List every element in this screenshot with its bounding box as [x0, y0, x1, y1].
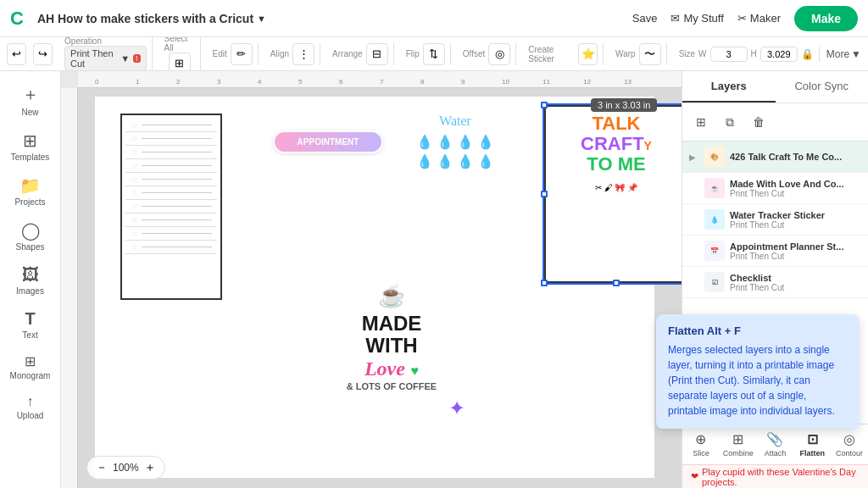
sidebar-item-images[interactable]: 🖼 Images [3, 260, 58, 301]
layer-info: 426 Talk Craft To Me Co... [730, 152, 861, 162]
zoom-controls: － 100% ＋ [86, 456, 165, 480]
drop: 💧 [416, 134, 433, 150]
size-tooltip: 3 in x 3.03 in [591, 98, 657, 112]
craft-icons: ✂ 🖌 🎀 📌 [553, 179, 680, 194]
checklist-row: ☆ [125, 241, 217, 254]
maker-button[interactable]: ✂ Maker [737, 12, 781, 25]
layer-thumbnail: 🎨 [704, 147, 725, 167]
main-layout: ＋ New ⊞ Templates 📁 Projects ◯ Shapes 🖼 … [0, 71, 868, 488]
sidebar-item-new[interactable]: ＋ New [3, 78, 58, 122]
checklist-row: ☆ [125, 146, 217, 159]
operation-dropdown[interactable]: Print Then Cut ▼ ! [64, 46, 147, 71]
select-all-group: Select All ⊞ [159, 37, 201, 71]
flatten-tool[interactable]: ⊡ Flatten [793, 428, 831, 461]
combine-icon: ⊞ [732, 431, 743, 447]
create-sticker-button[interactable]: ⭐ [578, 43, 598, 65]
attach-icon: 📎 [766, 431, 783, 447]
sparkle-icon: ✦ [448, 396, 465, 420]
undo-button[interactable]: ↩ [7, 43, 26, 65]
redo-icon: ↪ [38, 47, 47, 60]
water-title: Water [409, 114, 502, 129]
mystuff-button[interactable]: ✉ My Stuff [670, 12, 723, 25]
height-input[interactable] [760, 47, 798, 62]
sidebar-item-text[interactable]: T Text [3, 304, 58, 345]
flip-button[interactable]: ⇅ [423, 43, 445, 65]
promo-bar[interactable]: ❤ Play cupid with these Valentine's Day … [682, 464, 868, 488]
layer-thumbnail: ☑ [704, 272, 725, 292]
promo-text: Play cupid with these Valentine's Day pr… [702, 467, 860, 487]
dropdown-chevron: ▼ [120, 53, 130, 64]
sticker-water[interactable]: Water 💧 💧 💧 💧 💧 💧 💧 💧 [409, 114, 502, 215]
right-tabs: Layers Color Sync [682, 71, 868, 103]
size-group: Size W H 🔒 [674, 47, 820, 62]
arrange-group: Arrange ⊟ [327, 43, 394, 65]
edit-button[interactable]: ✏ [231, 43, 253, 65]
layer-info: Made With Love And Co... Print Then Cut [730, 179, 861, 198]
warp-button[interactable]: 〜 [639, 43, 661, 65]
offset-group: Offset ◎ [458, 43, 517, 65]
align-icon: ⋮ [298, 47, 309, 60]
tab-layers[interactable]: Layers [682, 71, 776, 103]
attach-tool[interactable]: 📎 Attach [757, 428, 794, 461]
drop: 💧 [477, 134, 494, 150]
more-button[interactable]: More ▼ [826, 48, 861, 60]
zoom-in-button[interactable]: ＋ [144, 460, 156, 475]
width-input[interactable] [710, 47, 748, 62]
bottom-toolbar: ⊕ Slice ⊞ Combine 📎 Attach ⊡ Flatten ◎ C… [682, 424, 868, 464]
checklist-row: ☆ [125, 132, 217, 146]
slice-tool[interactable]: ⊕ Slice [682, 428, 720, 461]
contour-tool[interactable]: ◎ Contour [831, 428, 868, 461]
sticker-checklist[interactable]: ☆ ☆ ☆ ☆ ☆ ☆ ☆ ☆ ☆ ☆ [120, 114, 222, 300]
arrange-button[interactable]: ⊟ [366, 43, 388, 65]
topbar: C AH How to make stickers with a Cricut … [0, 0, 868, 37]
flatten-tooltip: Flatten Alt + F Merges selected layers i… [682, 314, 860, 429]
select-icon: ⊞ [175, 57, 184, 69]
checklist-row: ☆ [125, 214, 217, 227]
layer-info: Water Tracker Sticker Print Then Cut [730, 210, 861, 230]
project-title[interactable]: AH How to make stickers with a Cricut ▼ [37, 12, 266, 25]
redo-button[interactable]: ↪ [33, 43, 53, 65]
layer-sub: Print Then Cut [730, 220, 861, 230]
select-all-button[interactable]: ⊞ [169, 53, 191, 72]
sidebar-item-shapes[interactable]: ◯ Shapes [3, 215, 58, 257]
sticker-appointment[interactable]: APPOINTMENT [273, 130, 383, 164]
appointment-badge: APPOINTMENT [273, 130, 383, 153]
toolbar: ↩ ↪ Operation Print Then Cut ▼ ! Select … [0, 37, 868, 71]
layer-name: Appointment Planner St... [730, 241, 861, 252]
align-button[interactable]: ⋮ [292, 43, 314, 65]
sidebar-item-monogram[interactable]: ⊞ Monogram [3, 348, 58, 385]
sticker-talk-crafty[interactable]: TALK CRAFTY TO ME ✂ 🖌 🎀 📌 [544, 105, 682, 283]
tab-color-sync[interactable]: Color Sync [776, 71, 869, 103]
tooltip-title: Flatten Alt + F [682, 324, 848, 337]
promo-heart-icon: ❤ [691, 471, 698, 482]
group-button[interactable]: ⊞ [689, 110, 713, 134]
combine-tool[interactable]: ⊞ Combine [720, 428, 757, 461]
offset-button[interactable]: ◎ [488, 43, 510, 65]
checklist-row: ☆ [125, 200, 217, 214]
layer-item-made-with-love[interactable]: ☕ Made With Love And Co... Print Then Cu… [682, 173, 868, 204]
layer-item-checklist[interactable]: ☑ Checklist Print Then Cut [682, 267, 868, 298]
shapes-icon: ◯ [21, 220, 40, 241]
duplicate-button[interactable]: ⧉ [718, 110, 742, 134]
layer-item-water-tracker[interactable]: 💧 Water Tracker Sticker Print Then Cut [682, 204, 868, 236]
canvas-white: ☆ ☆ ☆ ☆ ☆ ☆ ☆ ☆ ☆ ☆ APPOINTMENT [95, 97, 654, 478]
sidebar-item-projects[interactable]: 📁 Projects [3, 170, 58, 212]
layer-item-appt-planner[interactable]: 📅 Appointment Planner St... Print Then C… [682, 236, 868, 267]
make-button[interactable]: Make [794, 6, 858, 31]
projects-icon: 📁 [19, 175, 41, 196]
expand-icon: ▶ [689, 152, 699, 162]
layer-name: Made With Love And Co... [730, 179, 861, 189]
mystuff-icon: ✉ [670, 12, 680, 25]
layer-item-talk-craft[interactable]: ▶ 🎨 426 Talk Craft To Me Co... [682, 141, 868, 173]
save-button[interactable]: Save [632, 12, 658, 25]
sidebar-item-upload[interactable]: ↑ Upload [3, 389, 58, 425]
checklist-row: ☆ [125, 119, 217, 132]
align-group: Align ⋮ [265, 43, 320, 65]
made-subtitle: & LOTS OF COFFEE [307, 381, 476, 391]
sidebar-item-templates[interactable]: ⊞ Templates [3, 125, 58, 167]
zoom-out-button[interactable]: － [96, 460, 108, 475]
layer-sub: Print Then Cut [730, 189, 861, 198]
slice-icon: ⊕ [695, 431, 706, 447]
delete-button[interactable]: 🗑 [747, 110, 771, 134]
canvas-area[interactable]: 0 1 2 3 4 5 6 7 8 9 10 11 12 13 ☆ ☆ [61, 71, 682, 488]
